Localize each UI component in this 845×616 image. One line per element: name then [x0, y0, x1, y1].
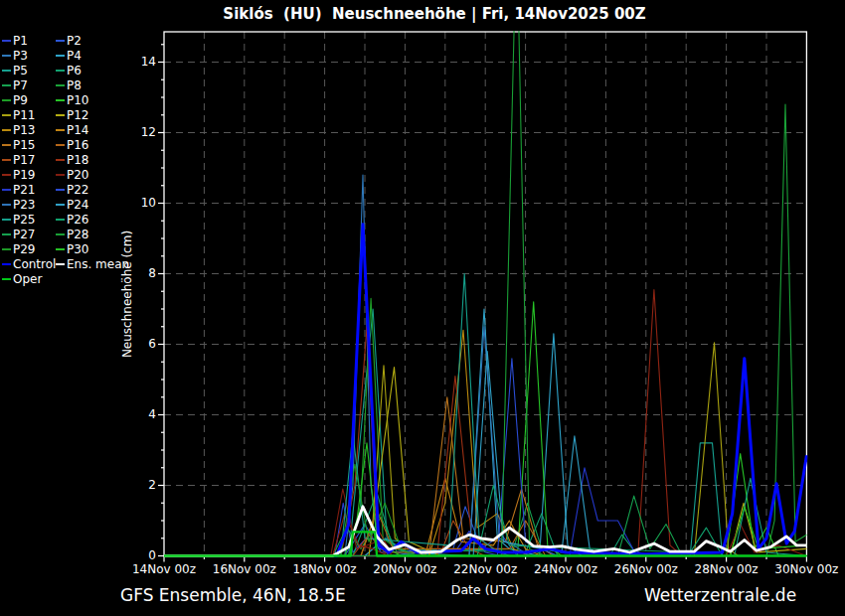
legend-label: P15	[13, 138, 36, 152]
legend-swatch	[2, 248, 11, 250]
legend-item-p30: P30	[56, 242, 89, 257]
legend-swatch	[2, 219, 11, 221]
legend-swatch	[2, 144, 11, 146]
legend-label: P12	[67, 108, 89, 122]
legend-swatch	[56, 70, 65, 72]
legend-swatch	[2, 174, 11, 176]
legend-swatch	[56, 248, 65, 250]
x-tick-label: 26Nov 00z	[606, 562, 686, 576]
y-tick-label: 2	[116, 478, 156, 492]
legend-label: P4	[67, 49, 82, 63]
legend-swatch	[56, 40, 65, 42]
legend-item-p11: P11	[2, 108, 36, 123]
legend-label: P30	[67, 242, 89, 256]
x-tick-label: 28Nov 00z	[687, 562, 766, 576]
y-axis-title: Neuschneehöhe (cm)	[120, 231, 134, 358]
legend-item-p13: P13	[2, 123, 36, 138]
legend-swatch	[2, 159, 11, 161]
legend-swatch	[56, 219, 65, 221]
y-tick-label: 0	[116, 548, 156, 562]
legend-swatch	[56, 233, 65, 235]
site-credit-text: Wetterzentrale.de	[644, 585, 796, 605]
legend-label: P2	[67, 34, 82, 48]
legend-item-control: Control	[2, 257, 56, 272]
legend-swatch	[56, 189, 65, 191]
legend-swatch	[2, 70, 11, 72]
y-tick-label: 4	[116, 407, 156, 421]
legend-label: P9	[13, 93, 28, 107]
legend-label: P19	[13, 168, 36, 182]
legend-swatch	[56, 204, 65, 206]
x-tick-label: 22Nov 00z	[445, 562, 525, 576]
legend-item-p3: P3	[2, 49, 28, 64]
x-tick-label: 30Nov 00z	[766, 562, 845, 576]
legend-item-p27: P27	[2, 228, 36, 242]
legend-swatch	[2, 40, 11, 42]
legend-label: P5	[13, 64, 28, 77]
legend-label: P6	[67, 64, 82, 77]
legend-label: P13	[13, 123, 36, 137]
meteogram-chart: Siklós (HU) Neuschneehöhe | Fri, 14Nov20…	[0, 0, 845, 616]
legend-swatch	[2, 114, 11, 116]
legend-item-p10: P10	[56, 93, 89, 108]
legend-item-p26: P26	[56, 213, 89, 228]
x-tick-label: 24Nov 00z	[526, 562, 605, 576]
legend-row: P29P30	[2, 242, 171, 257]
model-info-text: GFS Ensemble, 46N, 18.5E	[120, 585, 346, 605]
legend-label: P17	[13, 153, 36, 167]
legend-swatch	[56, 114, 65, 116]
legend-swatch	[2, 189, 11, 191]
legend-label: P8	[67, 78, 82, 92]
legend-item-p17: P17	[2, 153, 36, 168]
y-tick-label: 10	[116, 196, 156, 210]
legend-label: P24	[67, 198, 89, 212]
legend-row: P17P18	[2, 153, 171, 168]
legend-item-p20: P20	[56, 168, 89, 183]
legend-row: P27P28	[2, 228, 171, 242]
legend-item-p28: P28	[56, 228, 89, 242]
legend-row: P7P8	[2, 78, 171, 93]
legend-swatch	[2, 84, 11, 86]
legend-item-p24: P24	[56, 198, 89, 213]
legend-label: P1	[13, 34, 28, 48]
legend-label: Oper	[13, 272, 42, 286]
legend-swatch	[2, 263, 11, 265]
legend-item-p18: P18	[56, 153, 89, 168]
legend-item-p12: P12	[56, 108, 89, 123]
legend-swatch	[56, 129, 65, 131]
legend-swatch	[2, 55, 11, 57]
legend-swatch	[2, 233, 11, 235]
y-tick-label: 14	[116, 55, 156, 69]
legend-swatch	[56, 174, 65, 176]
legend-item-p4: P4	[56, 49, 82, 64]
x-axis-title: Date (UTC)	[386, 582, 585, 597]
legend-label: P26	[67, 213, 89, 227]
legend-swatch	[2, 129, 11, 131]
legend-label: Control	[13, 257, 56, 271]
legend-label: P28	[67, 228, 89, 241]
legend-row: P9P10	[2, 93, 171, 108]
legend-item-p8: P8	[56, 78, 82, 93]
legend-item-p14: P14	[56, 123, 89, 138]
legend-item-p23: P23	[2, 198, 36, 213]
legend-label: P18	[67, 153, 89, 167]
legend-swatch	[2, 278, 11, 280]
legend-label: P11	[13, 108, 36, 122]
legend-label: P27	[13, 228, 36, 241]
legend-swatch	[56, 99, 65, 101]
legend-row: P19P20	[2, 168, 171, 183]
legend-item-oper: Oper	[2, 272, 42, 287]
x-tick-label: 20Nov 00z	[365, 562, 444, 576]
legend-item-p19: P19	[2, 168, 36, 183]
legend-row: P1P2	[2, 34, 171, 49]
legend-item-p21: P21	[2, 183, 36, 198]
legend-swatch	[56, 55, 65, 57]
legend: P1P2P3P4P5P6P7P8P9P10P11P12P13P14P15P16P…	[2, 34, 171, 287]
legend-item-p25: P25	[2, 213, 36, 228]
legend-swatch	[56, 144, 65, 146]
legend-item-p5: P5	[2, 64, 28, 78]
legend-label: P25	[13, 213, 36, 227]
legend-item-p9: P9	[2, 93, 28, 108]
legend-item-p22: P22	[56, 183, 89, 198]
x-tick-label: 14Nov 00z	[124, 562, 204, 576]
